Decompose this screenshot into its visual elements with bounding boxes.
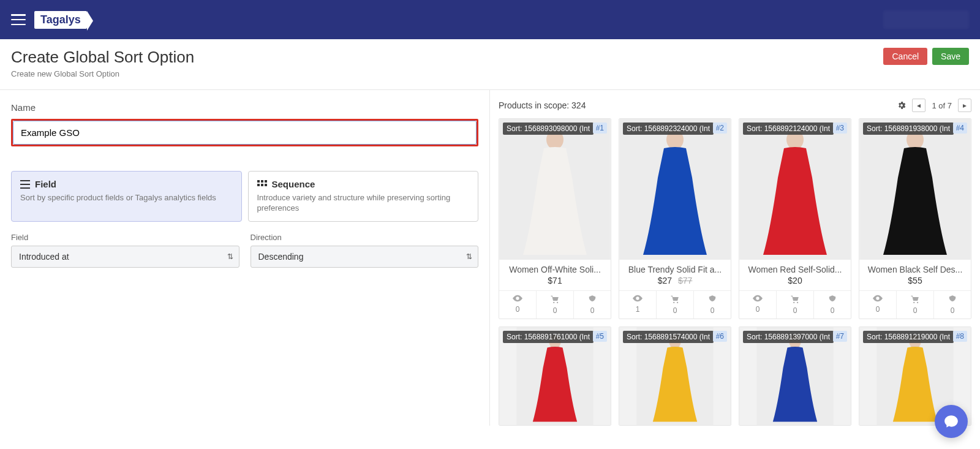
field-select-label: Field <box>11 233 239 242</box>
page-header: Create Global Sort Option Create new Glo… <box>0 39 980 90</box>
rank-badge: #1 <box>593 123 607 134</box>
sort-value-badge: Sort: 1568892124000 (Int <box>743 123 834 135</box>
product-card[interactable]: Sort: 1568893098000 (Int #1 Women Off-Wh… <box>499 118 611 319</box>
name-input-highlight <box>11 119 478 146</box>
product-price: $55 <box>859 276 971 290</box>
product-price: $71 <box>499 276 611 290</box>
mode-field-title: Field <box>35 179 56 189</box>
eye-icon <box>873 295 883 304</box>
menu-icon[interactable] <box>11 14 26 25</box>
svg-rect-3 <box>257 184 260 186</box>
save-button[interactable]: Save <box>932 48 969 65</box>
product-title: Women Red Self-Solid... <box>739 260 851 276</box>
preview-panel: Products in scope: 324 ◂ 1 of 7 ▸ Sort: … <box>490 90 980 426</box>
rank-badge: #6 <box>713 331 727 342</box>
mode-card-field[interactable]: Field Sort by specific product fields or… <box>11 171 242 222</box>
brand-logo[interactable]: Tagalys <box>34 11 87 29</box>
bag-icon <box>708 295 717 305</box>
product-card[interactable]: Sort: 1568891574000 (Int #6 0 0 0 <box>619 326 731 426</box>
cart-icon <box>551 295 559 305</box>
product-card[interactable]: Sort: 1568891938000 (Int #4 Women Black … <box>859 118 971 319</box>
product-card[interactable]: Sort: 1568891397000 (Int #7 0 0 0 <box>739 326 851 426</box>
rank-badge: #3 <box>833 123 847 134</box>
product-thumbnail: Sort: 1568892124000 (Int #3 <box>739 119 851 260</box>
mode-sequence-title: Sequence <box>272 179 315 189</box>
product-price: $27 $77 <box>619 276 731 290</box>
svg-rect-2 <box>265 180 267 183</box>
svg-rect-5 <box>265 184 267 186</box>
product-price: $20 <box>739 276 851 290</box>
grid-icon <box>257 180 267 189</box>
prev-page-button[interactable]: ◂ <box>912 99 925 112</box>
next-page-button[interactable]: ▸ <box>958 99 971 112</box>
product-card[interactable]: Sort: 1568892124000 (Int #3 Women Red Se… <box>739 118 851 319</box>
cart-icon <box>671 295 679 305</box>
product-stats: 1 0 0 <box>619 290 731 319</box>
bag-icon <box>948 295 957 305</box>
product-stats: 0 0 0 <box>859 290 971 319</box>
eye-icon <box>513 295 522 304</box>
product-thumbnail: Sort: 1568891397000 (Int #7 <box>739 327 851 425</box>
sort-value-badge: Sort: 1568891397000 (Int <box>743 331 834 343</box>
eye-icon <box>753 295 763 304</box>
svg-rect-1 <box>261 180 263 183</box>
sort-value-badge: Sort: 1568893098000 (Int <box>503 123 594 135</box>
sort-value-badge: Sort: 1568891938000 (Int <box>863 123 954 135</box>
product-thumbnail: Sort: 1568893098000 (Int #1 <box>499 119 611 260</box>
top-navbar: Tagalys <box>0 0 980 39</box>
product-grid: Sort: 1568893098000 (Int #1 Women Off-Wh… <box>499 118 971 426</box>
scope-count: Products in scope: 324 <box>499 100 586 110</box>
list-icon <box>20 180 30 189</box>
bag-icon <box>588 295 597 305</box>
product-stats: 0 0 0 <box>739 290 851 319</box>
rank-badge: #7 <box>833 331 847 342</box>
page-title: Create Global Sort Option <box>11 48 194 67</box>
product-title: Women Off-White Soli... <box>499 260 611 276</box>
product-card[interactable]: Sort: 1568891761000 (Int #5 0 0 0 <box>499 326 611 426</box>
product-thumbnail: Sort: 1568892324000 (Int #2 <box>619 119 731 260</box>
product-thumbnail: Sort: 1568891761000 (Int #5 <box>499 327 611 425</box>
direction-select[interactable]: Descending <box>251 246 479 268</box>
product-title: Women Black Self Des... <box>859 260 971 276</box>
product-thumbnail: Sort: 1568891574000 (Int #6 <box>619 327 731 425</box>
direction-select-label: Direction <box>251 233 479 242</box>
bag-icon <box>828 295 837 305</box>
page-subtitle: Create new Global Sort Option <box>11 69 194 78</box>
svg-rect-0 <box>257 180 260 183</box>
sort-value-badge: Sort: 1568891219000 (Int <box>863 331 954 343</box>
name-label: Name <box>11 102 478 113</box>
svg-rect-4 <box>261 184 263 186</box>
cart-icon <box>791 295 799 305</box>
mode-card-sequence[interactable]: Sequence Introduce variety and structure… <box>248 171 479 222</box>
rank-badge: #8 <box>953 331 967 342</box>
product-stats: 0 0 0 <box>499 290 611 319</box>
gear-icon[interactable] <box>895 99 908 112</box>
field-select[interactable]: Introduced at <box>11 246 239 268</box>
sort-value-badge: Sort: 1568891574000 (Int <box>623 331 714 343</box>
account-menu[interactable] <box>883 10 969 29</box>
mode-sequence-desc: Introduce variety and structure while pr… <box>257 193 470 214</box>
cancel-button[interactable]: Cancel <box>883 48 927 65</box>
product-card[interactable]: Sort: 1568892324000 (Int #2 Blue Trendy … <box>619 118 731 319</box>
rank-badge: #5 <box>593 331 607 342</box>
config-panel: Name Field Sort by specific product fiel… <box>0 90 490 426</box>
sort-value-badge: Sort: 1568892324000 (Int <box>623 123 714 135</box>
rank-badge: #4 <box>953 123 967 134</box>
product-thumbnail: Sort: 1568891938000 (Int #4 <box>859 119 971 260</box>
eye-icon <box>633 295 643 304</box>
mode-field-desc: Sort by specific product fields or Tagal… <box>20 193 233 203</box>
rank-badge: #2 <box>713 123 727 134</box>
sort-value-badge: Sort: 1568891761000 (Int <box>503 331 594 343</box>
product-title: Blue Trendy Solid Fit a... <box>619 260 731 276</box>
name-input[interactable] <box>13 121 477 145</box>
cart-icon <box>911 295 919 305</box>
pagination-info: 1 of 7 <box>929 101 954 110</box>
